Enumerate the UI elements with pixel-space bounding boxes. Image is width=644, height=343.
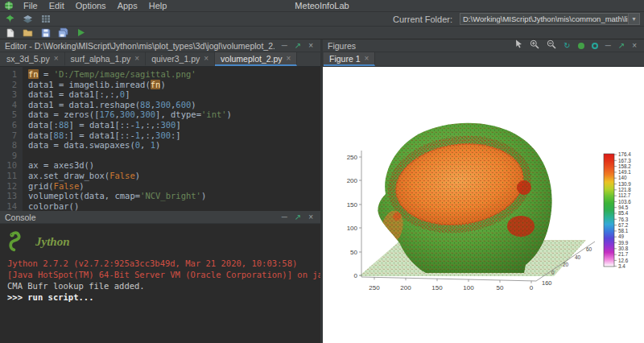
- editor-tab-surf_alpha_1.py[interactable]: surf_alpha_1.py×: [65, 52, 147, 66]
- code-line: 14colorbar(): [0, 201, 320, 211]
- zoom-in-icon[interactable]: [527, 39, 542, 52]
- current-folder-combobox[interactable]: D:\Working\MIScript\Jython\mis\common_ma…: [460, 13, 640, 25]
- code-line: 1fn = 'D:/Temp/image/sagittal.png': [0, 69, 320, 80]
- figures-title: Figures: [328, 41, 356, 51]
- figure-tab[interactable]: Figure 1 ×: [324, 52, 375, 66]
- svg-text:39.9: 39.9: [618, 240, 629, 246]
- svg-text:130.9: 130.9: [618, 181, 631, 187]
- svg-text:250: 250: [369, 284, 380, 291]
- svg-text:94.5: 94.5: [618, 205, 629, 210]
- menu-help[interactable]: Help: [143, 0, 173, 11]
- code-line: 8data = data.swapaxes(0, 1): [0, 140, 320, 151]
- editor-minimize-icon[interactable]: ─: [279, 40, 290, 52]
- svg-text:85.4: 85.4: [618, 210, 629, 216]
- rotate-icon[interactable]: ↻: [561, 40, 572, 52]
- tab-close-icon[interactable]: ×: [134, 54, 139, 63]
- tab-label: volumeplot_2.py: [221, 54, 282, 64]
- menu-file[interactable]: File: [18, 0, 43, 11]
- console-float-icon[interactable]: ↗: [292, 212, 303, 223]
- svg-text:21.7: 21.7: [618, 251, 629, 257]
- menu-apps[interactable]: Apps: [112, 0, 143, 11]
- code-line: 10ax = axes3d(): [0, 160, 320, 171]
- svg-text:160: 160: [542, 279, 552, 287]
- figure-tab-label: Figure 1: [329, 54, 361, 64]
- console-lines: Jython 2.7.2 (v2.7.2:925a3cc3b49d, Mar 2…: [7, 258, 313, 303]
- editor-float-icon[interactable]: ↗: [292, 40, 303, 52]
- code-line: 11ax.set_draw_box(False): [0, 171, 320, 181]
- full-extent-icon[interactable]: [578, 43, 584, 49]
- figures-minimize-icon[interactable]: ─: [603, 40, 613, 52]
- svg-text:200: 200: [347, 177, 358, 184]
- editor-tab-quiver3_1.py[interactable]: quiver3_1.py×: [146, 52, 215, 66]
- svg-text:112.7: 112.7: [618, 192, 631, 198]
- svg-text:3.4: 3.4: [618, 263, 625, 269]
- console-line: [Java HotSpot(TM) 64-Bit Server VM (Orac…: [7, 269, 313, 280]
- svg-text:149.1: 149.1: [618, 169, 631, 175]
- svg-text:176.4: 176.4: [618, 151, 631, 157]
- console-title: Console: [5, 213, 36, 222]
- svg-text:60: 60: [586, 246, 592, 252]
- svg-text:67.2: 67.2: [618, 222, 629, 228]
- svg-text:20: 20: [563, 262, 569, 267]
- editor-close-icon[interactable]: ×: [306, 40, 316, 52]
- console-minimize-icon[interactable]: ─: [279, 212, 290, 223]
- app-logo-icon: [3, 1, 14, 11]
- svg-text:50: 50: [350, 249, 357, 256]
- editor-tab-volumeplot_2.py[interactable]: volumeplot_2.py×: [215, 52, 297, 66]
- code-line: 7data[88:] = data1[::-1,:,300:]: [0, 130, 320, 141]
- tab-label: sx_3d_5.py: [6, 54, 50, 64]
- dropdown-arrow-icon[interactable]: ▾: [628, 14, 639, 24]
- code-line: 5data = zeros([176,300,300], dtype='int'…: [0, 110, 320, 120]
- tab-label: surf_alpha_1.py: [71, 54, 131, 64]
- zoom-out-icon[interactable]: [544, 39, 559, 52]
- main-toolbar: Current Folder: D:\Working\MIScript\Jyth…: [0, 12, 644, 27]
- code-editor[interactable]: 1fn = 'D:/Temp/image/sagittal.png'2data1…: [0, 67, 320, 211]
- figure-plot: 2502001501005002502001501005000204060160…: [323, 67, 644, 343]
- app-leaf-icon[interactable]: [4, 14, 16, 25]
- tab-close-icon[interactable]: ×: [54, 54, 59, 63]
- menu-options[interactable]: Options: [70, 0, 112, 11]
- editor-toolbar: [0, 27, 644, 39]
- console-line: >>> run script...: [7, 291, 313, 303]
- svg-text:76.3: 76.3: [618, 217, 629, 222]
- console-output[interactable]: Jython Jython 2.7.2 (v2.7.2:925a3cc3b49d…: [0, 224, 320, 343]
- svg-text:167.3: 167.3: [618, 158, 631, 163]
- save-all-icon[interactable]: [57, 27, 69, 39]
- tab-close-icon[interactable]: ×: [204, 54, 208, 63]
- svg-text:200: 200: [400, 284, 411, 291]
- open-file-icon[interactable]: [22, 27, 34, 39]
- svg-text:12.6: 12.6: [618, 258, 629, 263]
- jython-snake-icon: [7, 230, 30, 253]
- save-icon[interactable]: [39, 27, 52, 39]
- figure-tab-close-icon[interactable]: ×: [365, 54, 369, 63]
- new-script-icon[interactable]: [4, 27, 16, 39]
- figures-close-icon[interactable]: ×: [630, 40, 639, 52]
- identify-icon[interactable]: [592, 43, 598, 49]
- svg-text:103.6: 103.6: [618, 199, 631, 205]
- tab-close-icon[interactable]: ×: [287, 54, 291, 63]
- figures-float-icon[interactable]: ↗: [616, 40, 627, 52]
- pointer-tool-icon[interactable]: [513, 39, 525, 52]
- editor-title: Editor - D:\Working\MIScript\Jython\mis\…: [5, 41, 275, 51]
- code-lines: 1fn = 'D:/Temp/image/sagittal.png'2data1…: [0, 69, 320, 211]
- svg-text:158.2: 158.2: [618, 163, 631, 169]
- editor-tabbar: sx_3d_5.py×surf_alpha_1.py×quiver3_1.py×…: [0, 52, 320, 67]
- svg-text:0: 0: [530, 284, 534, 291]
- console-line: CMA Bufr lookup file added.: [7, 280, 313, 291]
- editor-header: Editor - D:\Working\MIScript\Jython\mis\…: [0, 39, 320, 52]
- run-script-icon[interactable]: [75, 27, 87, 39]
- tab-label: quiver3_1.py: [151, 54, 200, 64]
- svg-text:100: 100: [347, 225, 358, 232]
- svg-text:100: 100: [463, 284, 474, 291]
- map-layers-icon[interactable]: [22, 14, 34, 25]
- code-line: 9: [0, 151, 320, 161]
- table-icon[interactable]: [39, 14, 52, 25]
- menu-edit[interactable]: Edit: [43, 0, 70, 11]
- jython-logo-text: Jython: [35, 236, 70, 247]
- current-folder-label: Current Folder:: [393, 14, 452, 24]
- svg-text:140: 140: [618, 175, 627, 180]
- editor-tab-sx_3d_5.py[interactable]: sx_3d_5.py×: [1, 52, 65, 66]
- figure-canvas[interactable]: 2502001501005002502001501005000204060160…: [323, 67, 644, 343]
- console-close-icon[interactable]: ×: [306, 212, 316, 223]
- current-folder-value: D:\Working\MIScript\Jython\mis\common_ma…: [460, 14, 628, 24]
